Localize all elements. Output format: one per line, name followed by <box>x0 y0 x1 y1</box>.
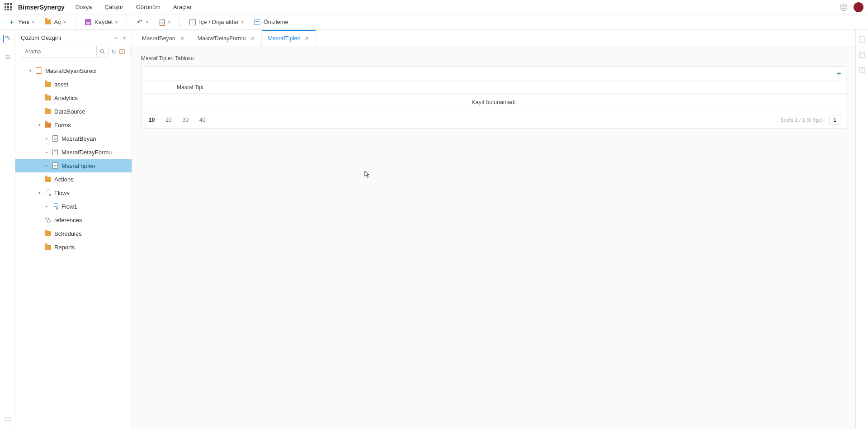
tab-label: MasrafBeyan <box>142 35 175 42</box>
rail-explorer-icon[interactable] <box>3 35 10 43</box>
tree-form-masrafbeyan[interactable]: ▸ MasrafBeyan <box>15 132 132 145</box>
page-sizes: 10 20 30 40 <box>147 115 207 124</box>
import-export-button[interactable]: İçe / Dışa aktar ▾ <box>185 17 247 28</box>
tree-actions[interactable]: ▸ Actions <box>15 172 132 186</box>
rail-right-1-icon[interactable] <box>859 36 865 43</box>
caret-icon: ▸ <box>44 136 49 141</box>
menu-tools[interactable]: Araçlar <box>173 4 192 10</box>
folder-icon <box>45 95 51 100</box>
canvas: Masraf Tipleri Tablosu + Masraf Tipi Kay… <box>132 47 855 429</box>
tree-label: Flow1 <box>61 203 77 210</box>
tree-form-masraftipleri[interactable]: ▸ MasrafTipleri <box>15 159 132 172</box>
tree-project[interactable]: ▾ MasrafBeyanSureci <box>15 64 132 77</box>
toolbar: + Yeni ▾ Aç ▾ Kaydet ▾ ↶ ▾ 📋 ▾ İçe / Dış… <box>0 14 868 30</box>
apps-icon[interactable] <box>5 3 13 11</box>
menu-run[interactable]: Çalıştır <box>105 4 123 10</box>
tree-flows[interactable]: ▾ Flows <box>15 186 132 200</box>
collapse-icon[interactable] <box>119 48 125 56</box>
preview-icon <box>254 19 260 25</box>
svg-rect-0 <box>5 36 7 38</box>
tab-masraftipleri[interactable]: MasrafTipleri ✕ <box>262 30 316 47</box>
rail-bottom-icon[interactable] <box>4 415 11 423</box>
chevron-down-icon: ▾ <box>168 20 170 24</box>
preview-button[interactable]: Önizleme <box>250 17 292 28</box>
body: Çözüm Gezgini ⇥ ✕ ↻ ⋮ ▾ <box>0 30 868 429</box>
flow-icon <box>52 203 58 210</box>
tree-reports[interactable]: ▸ Reports <box>15 240 132 254</box>
settings-icon[interactable] <box>840 4 847 11</box>
chevron-down-icon: ▾ <box>32 20 34 24</box>
sidebar-header: Çözüm Gezgini ⇥ ✕ <box>15 30 132 44</box>
tree-label: MasrafBeyanSureci <box>45 67 96 74</box>
tree-datasource[interactable]: ▸ DataSource <box>15 105 132 118</box>
svg-rect-9 <box>859 37 865 42</box>
tab-masrafbeyan[interactable]: MasrafBeyan ✕ <box>136 30 191 47</box>
tree-label: Analytics <box>54 95 78 101</box>
form-title: Masraf Tipleri Tablosu <box>141 55 846 62</box>
main: MasrafBeyan ✕ MasrafDetayFormu ✕ MasrafT… <box>132 30 855 429</box>
svg-point-3 <box>8 57 9 58</box>
tree-flow1[interactable]: ▸ Flow1 <box>15 200 132 213</box>
undo-icon: ↶ <box>136 19 143 26</box>
table-footer: 10 20 30 40 Sayfa 1 / 1 (0 öge) 1 <box>142 111 846 129</box>
sidebar: Çözüm Gezgini ⇥ ✕ ↻ ⋮ ▾ <box>15 30 132 429</box>
caret-icon: ▾ <box>37 191 42 195</box>
save-icon <box>85 19 91 25</box>
close-icon[interactable]: ✕ <box>180 35 184 42</box>
folder-icon <box>45 19 51 24</box>
save-button[interactable]: Kaydet ▾ <box>81 17 121 28</box>
pin-icon[interactable]: ⇥ <box>113 35 118 41</box>
refresh-icon[interactable]: ↻ <box>111 48 116 56</box>
project-icon <box>36 67 42 74</box>
search-input[interactable] <box>21 46 96 57</box>
add-row-button[interactable]: + <box>836 70 841 78</box>
tab-masrafdetay[interactable]: MasrafDetayFormu ✕ <box>191 30 262 47</box>
form-icon <box>52 162 58 169</box>
chevron-down-icon: ▾ <box>115 20 118 24</box>
tabs: MasrafBeyan ✕ MasrafDetayFormu ✕ MasrafT… <box>132 30 855 47</box>
separator <box>127 18 127 27</box>
page-size-30[interactable]: 30 <box>181 115 190 124</box>
caret-icon: ▸ <box>44 163 49 168</box>
clipboard-button[interactable]: 📋 ▾ <box>155 17 174 28</box>
rail-right-2-icon[interactable] <box>859 52 865 58</box>
user-avatar[interactable] <box>854 2 863 12</box>
rail-right-3-icon[interactable] <box>859 67 865 73</box>
tree-forms[interactable]: ▾ Forms <box>15 118 132 132</box>
close-icon[interactable]: ✕ <box>305 35 309 42</box>
save-label: Kaydet <box>94 19 113 25</box>
page-size-20[interactable]: 20 <box>164 115 173 124</box>
rail-properties-icon[interactable] <box>4 53 11 61</box>
close-icon[interactable]: ✕ <box>250 35 255 42</box>
undo-button[interactable]: ↶ ▾ <box>132 17 152 28</box>
page-info: Sayfa 1 / 1 (0 öge) <box>780 117 823 123</box>
close-icon[interactable]: ✕ <box>122 35 127 41</box>
right-rail <box>855 30 868 429</box>
page-size-10[interactable]: 10 <box>147 115 156 124</box>
tree-analytics[interactable]: ▸ Analytics <box>15 91 132 105</box>
folder-icon <box>45 231 51 236</box>
tree-references[interactable]: ▸ references <box>15 213 132 227</box>
clipboard-icon: 📋 <box>158 19 165 26</box>
open-button[interactable]: Aç ▾ <box>41 17 70 28</box>
sidebar-title: Çözüm Gezgini <box>21 34 113 41</box>
tree-schedules[interactable]: ▸ Schedules <box>15 227 132 240</box>
main-menu: Dosya Çalıştır Görünüm Araçlar <box>75 4 192 10</box>
column-header[interactable]: Masraf Tipi <box>174 84 203 91</box>
folder-icon <box>45 245 51 250</box>
import-label: İçe / Dışa aktar <box>199 19 238 25</box>
preview-label: Önizleme <box>264 19 288 25</box>
svg-rect-10 <box>859 52 865 57</box>
page-number[interactable]: 1 <box>829 115 840 125</box>
tree-label: DataSource <box>54 108 85 115</box>
menu-view[interactable]: Görünüm <box>136 4 160 10</box>
new-button[interactable]: + Yeni ▾ <box>5 17 38 28</box>
tree-label: Reports <box>54 244 75 251</box>
chevron-down-icon: ▾ <box>64 20 66 24</box>
new-label: Yeni <box>18 19 29 25</box>
tree-form-masrafdetay[interactable]: ▸ MasrafDetayFormu <box>15 145 132 159</box>
menu-file[interactable]: Dosya <box>75 4 92 10</box>
tree-asset[interactable]: ▸ asset <box>15 77 132 91</box>
page-size-40[interactable]: 40 <box>198 115 207 124</box>
search-button[interactable] <box>96 46 108 57</box>
